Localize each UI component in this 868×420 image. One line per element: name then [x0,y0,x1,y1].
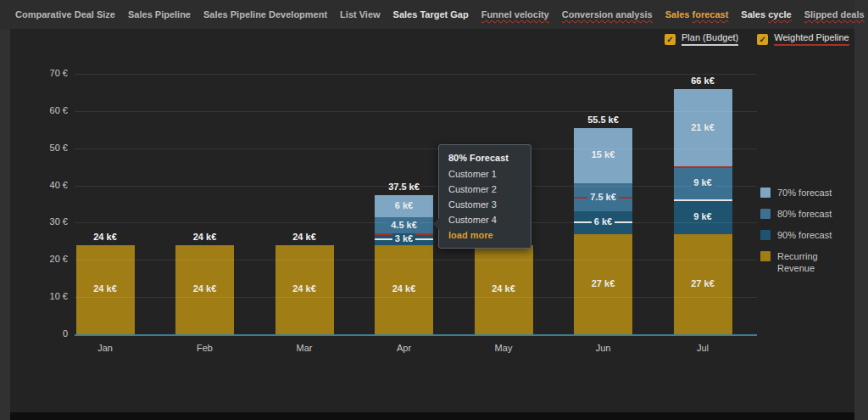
x-axis-label-apr: Apr [370,343,438,353]
toggle-label: Plan (Budget) [682,32,738,46]
x-axis-line [75,334,757,336]
y-axis-tick-50: 50 € [31,143,68,153]
tab-sales-pipeline-development[interactable]: Sales Pipeline Development [203,9,327,20]
tab-conversion-analysis[interactable]: Conversion analysis [562,9,653,20]
bar-segment-value: 24 k€ [180,283,231,294]
bar-segment-value: 21 k€ [677,122,728,132]
tooltip-customer-item[interactable]: Customer 4 [448,215,521,225]
report-page: Comparative Deal SizeSales PipelineSales… [0,0,868,420]
checkbox-checked-icon[interactable]: ✓ [757,34,768,45]
toggle-weighted-pipeline[interactable]: ✓Weighted Pipeline [757,32,849,46]
legend-item-80-forecast[interactable]: 80% forecast [760,208,842,220]
sales-forecast-chart: 70 €60 €50 €40 €30 €20 €10 €024 k€24 k€J… [0,0,868,420]
tab-label: Sales Pipeline [128,9,191,20]
bar-segment-value: 15 k€ [578,149,629,160]
tab-label-misspelled: Funnel velocity [481,9,549,20]
tooltip-customer-item[interactable]: Customer 3 [448,199,521,210]
legend-swatch [760,188,771,198]
bar-segment-value: 3 k€ [379,233,430,244]
gridline-10 [75,297,757,298]
tooltip-load-more-link[interactable]: load more [448,230,521,240]
tab-list-view[interactable]: List View [340,9,380,20]
series-toggles: ✓Plan (Budget)✓Weighted Pipeline [665,32,849,46]
tab-label: Sales Pipeline Development [203,9,327,20]
tab-bar: Comparative Deal SizeSales PipelineSales… [0,0,854,29]
tab-comparative-deal-size[interactable]: Comparative Deal Size [15,9,115,20]
gridline-50 [75,148,757,149]
bar-segment-value: 4.5 k€ [379,220,430,230]
bar-total-apr: 37.5 k€ [370,182,438,192]
tooltip-title: 80% Forecast [448,153,521,163]
legend-item-90-forecast[interactable]: 90% forecast [760,229,842,241]
legend-swatch [760,209,771,219]
x-axis-label-jul: Jul [669,343,737,353]
y-axis-tick-60: 60 € [31,105,68,115]
legend-item-70-forecast[interactable]: 70% forecast [760,187,842,199]
legend-label: 70% forecast [777,187,842,199]
tab-label-misspelled: Conversion analysis [562,9,653,20]
bar-segment-value: 27 k€ [677,278,728,288]
forecast-tooltip: 80% Forecast Customer 1Customer 2Custome… [438,144,531,249]
tab-label: List View [340,9,380,20]
legend-label: 90% forecast [777,229,842,241]
x-axis-label-may: May [470,343,537,353]
gridline-20 [75,260,757,260]
tab-label: Sales [665,9,693,20]
tab-label: Sales Target Gap [393,9,469,20]
tab-funnel-velocity[interactable]: Funnel velocity [481,9,549,20]
y-axis-tick-0: 0 [31,328,68,339]
y-axis-tick-40: 40 € [31,180,68,190]
bar-segment-value: 24 k€ [279,283,330,294]
legend-swatch [760,230,771,240]
bar-segment-value: 9 k€ [677,177,728,188]
tab-slipped-deals[interactable]: Slipped deals [804,9,865,20]
bar-segment-value: 7.5 k€ [578,192,629,202]
y-axis-tick-70: 70 € [31,68,68,78]
tab-sales-target-gap[interactable]: Sales Target Gap [393,9,469,20]
tooltip-items: Customer 1Customer 2Customer 3Customer 4 [448,169,521,225]
bar-total-jan: 24 k€ [71,232,139,242]
tab-label: Comparative Deal Size [15,9,115,20]
bar-segment-value: 24 k€ [478,283,529,294]
toggle-label: Weighted Pipeline [774,32,849,46]
bar-segment-value: 9 k€ [677,211,728,221]
legend-label: Recurring Revenue [777,250,842,274]
tab-label-misspelled: Slipped deals [804,9,865,20]
bar-total-mar: 24 k€ [270,232,338,242]
bar-segment-value: 6 k€ [578,216,629,227]
tab-sales-forecast[interactable]: Sales forecast [665,9,729,20]
x-axis-label-mar: Mar [270,343,338,353]
toggle-plan-budget-[interactable]: ✓Plan (Budget) [665,32,738,46]
gridline-60 [75,111,757,112]
x-axis-label-jun: Jun [570,343,637,353]
y-axis-tick-10: 10 € [31,291,68,301]
plan-budget-line-jul [674,199,732,201]
tab-label-misspelled: cycle [768,9,792,20]
tab-sales-cycle[interactable]: Sales cycle [741,9,791,20]
checkbox-checked-icon[interactable]: ✓ [665,34,676,45]
tab-label: Sales [741,9,768,20]
bar-segment-value: 24 k€ [80,283,131,294]
gridline-70 [75,74,757,75]
bar-total-jun: 55.5 k€ [570,115,637,125]
x-axis-label-feb: Feb [171,343,239,353]
tooltip-customer-item[interactable]: Customer 1 [448,169,521,179]
tab-label-misspelled: forecast [693,9,729,20]
legend-item-recurring-revenue[interactable]: Recurring Revenue [760,250,842,274]
tooltip-customer-item[interactable]: Customer 2 [448,184,521,194]
bar-segment-value: 6 k€ [379,200,430,210]
bar-total-jul: 66 k€ [669,76,737,86]
x-axis-label-jan: Jan [71,343,139,353]
chart-legend: 70% forecast80% forecast90% forecastRecu… [760,187,842,283]
y-axis-tick-30: 30 € [31,216,68,227]
tooltip-arrow [433,218,439,230]
bar-segment-value: 24 k€ [379,283,430,294]
weighted-pipeline-line-jul [674,166,732,168]
bar-segment-value: 27 k€ [578,278,629,288]
bar-total-feb: 24 k€ [171,232,239,242]
tab-sales-pipeline[interactable]: Sales Pipeline [128,9,191,20]
legend-label: 80% forecast [777,208,842,220]
legend-swatch [760,251,771,261]
y-axis-tick-20: 20 € [31,254,68,264]
